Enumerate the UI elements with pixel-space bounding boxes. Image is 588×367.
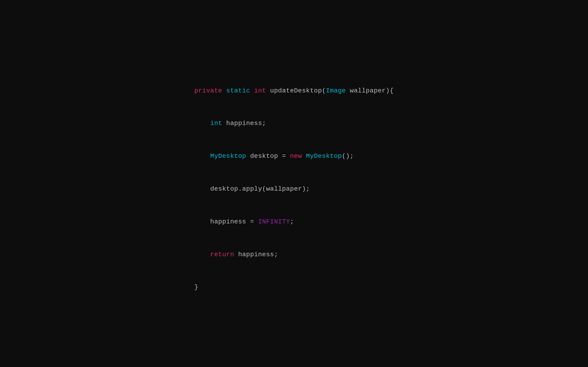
closing-brace: } [194, 284, 198, 291]
type-image: Image [326, 87, 346, 94]
code-line-5: happiness = INFINITY; [194, 216, 394, 227]
code-text-line5b: ; [290, 218, 294, 225]
code-text-line5a: happiness = [210, 218, 258, 225]
code-text-line3b: (); [342, 152, 354, 160]
type-mydesktop2: MyDesktop [302, 152, 342, 160]
keyword-static: static [226, 87, 250, 94]
code-text-line1: updateDesktop( [266, 87, 326, 94]
code-line-4: desktop.apply(wallpaper); [194, 184, 394, 194]
code-line-6: return happiness; [194, 249, 394, 260]
code-text-line2: happiness; [222, 120, 266, 127]
wallpaper-text: wallpaper){ [346, 87, 394, 94]
keyword-new: new [290, 152, 302, 160]
constant-infinity: INFINITY [258, 218, 290, 225]
code-text-line6: happiness; [234, 251, 278, 258]
keyword-int-line2: int [210, 120, 222, 127]
type-mydesktop: MyDesktop [210, 152, 246, 160]
code-line-2: int happiness; [194, 118, 394, 129]
code-text-line3a: desktop = [246, 152, 290, 160]
keyword-int-line1: int [254, 87, 266, 94]
code-text-line4: desktop.apply(wallpaper); [210, 185, 310, 192]
keyword-return: return [210, 251, 234, 258]
code-line-1: private static int updateDesktop(Image w… [194, 85, 394, 96]
code-display: private static int updateDesktop(Image w… [194, 63, 394, 303]
code-line-3: MyDesktop desktop = new MyDesktop(); [194, 151, 394, 162]
keyword-private: private [194, 87, 222, 94]
code-line-7: } [194, 282, 394, 293]
